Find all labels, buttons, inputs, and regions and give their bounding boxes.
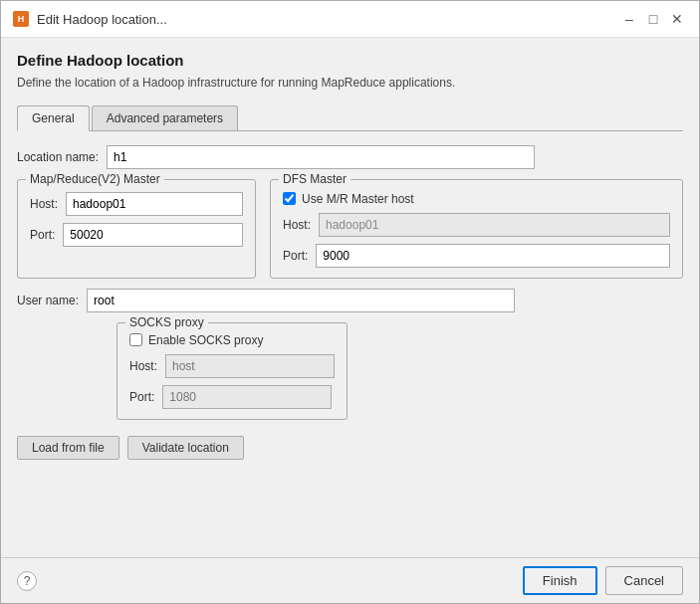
user-name-row: User name: (17, 289, 683, 312)
socks-section: SOCKS proxy Enable SOCKS proxy Host: Por… (17, 322, 683, 420)
mr-group-content: Host: Port: (30, 192, 243, 247)
socks-port-input[interactable] (162, 385, 332, 409)
user-name-input[interactable] (87, 289, 515, 312)
title-bar-left: H Edit Hadoop location... (13, 11, 167, 27)
dialog-footer: ? Finish Cancel (1, 557, 699, 603)
socks-enable-checkbox[interactable] (129, 333, 142, 346)
socks-host-input[interactable] (165, 354, 335, 378)
page-title: Define Hadoop location (17, 52, 683, 69)
dfs-group-title: DFS Master (279, 172, 350, 186)
socks-port-label: Port: (129, 390, 154, 404)
socks-host-row: Host: (129, 354, 335, 378)
dfs-group-content: Use M/R Master host Host: Port: (283, 192, 670, 268)
location-name-input[interactable] (107, 145, 535, 169)
tab-bar: General Advanced parameters (17, 105, 683, 131)
footer-left: ? (17, 571, 37, 591)
mr-group-title: Map/Reduce(V2) Master (26, 172, 164, 186)
bottom-buttons: Load from file Validate location (17, 430, 683, 464)
socks-checkbox-label[interactable]: Enable SOCKS proxy (148, 333, 263, 347)
user-name-label: User name: (17, 294, 79, 307)
tab-advanced[interactable]: Advanced parameters (92, 105, 238, 130)
dfs-port-row: Port: (283, 244, 670, 268)
socks-group-title: SOCKS proxy (125, 315, 208, 329)
dfs-group: DFS Master Use M/R Master host Host: Por… (270, 179, 683, 279)
master-groups: Map/Reduce(V2) Master Host: Port: (17, 179, 683, 279)
window-controls: – □ ✕ (619, 9, 687, 29)
dfs-host-input[interactable] (319, 213, 670, 237)
dfs-host-label: Host: (283, 218, 311, 232)
form-area: Location name: Map/Reduce(V2) Master Hos… (17, 145, 683, 547)
close-button[interactable]: ✕ (667, 9, 687, 29)
load-from-file-button[interactable]: Load from file (17, 436, 119, 460)
dfs-use-mr-checkbox[interactable] (283, 192, 296, 205)
location-name-label: Location name: (17, 150, 99, 164)
mr-host-label: Host: (30, 197, 58, 211)
window-title: Edit Hadoop location... (37, 12, 167, 27)
cancel-button[interactable]: Cancel (605, 566, 683, 595)
mr-port-row: Port: (30, 223, 243, 247)
dfs-port-label: Port: (283, 249, 308, 263)
footer-right: Finish Cancel (523, 566, 683, 595)
validate-location-button[interactable]: Validate location (127, 436, 244, 460)
socks-enable-row: Enable SOCKS proxy (129, 333, 335, 347)
mr-group: Map/Reduce(V2) Master Host: Port: (17, 179, 256, 279)
tab-general[interactable]: General (17, 105, 90, 131)
socks-host-label: Host: (129, 359, 157, 373)
finish-button[interactable]: Finish (523, 566, 597, 595)
socks-content: Enable SOCKS proxy Host: Port: (129, 333, 335, 409)
dialog-window: H Edit Hadoop location... – □ ✕ Define H… (0, 0, 700, 604)
dialog-body: Define Hadoop location Define the locati… (1, 38, 699, 557)
help-button[interactable]: ? (17, 571, 37, 591)
maximize-button[interactable]: □ (643, 9, 663, 29)
app-icon: H (13, 11, 29, 27)
svg-text:H: H (18, 14, 25, 24)
mr-host-row: Host: (30, 192, 243, 216)
mr-port-label: Port: (30, 228, 55, 242)
dfs-checkbox-row: Use M/R Master host (283, 192, 670, 206)
location-name-row: Location name: (17, 145, 683, 169)
socks-group: SOCKS proxy Enable SOCKS proxy Host: Por… (117, 322, 348, 420)
title-bar: H Edit Hadoop location... – □ ✕ (1, 1, 699, 38)
dfs-host-row: Host: (283, 213, 670, 237)
mr-host-input[interactable] (66, 192, 243, 216)
minimize-button[interactable]: – (619, 9, 639, 29)
dfs-checkbox-label[interactable]: Use M/R Master host (302, 192, 414, 206)
mr-port-input[interactable] (63, 223, 243, 247)
dfs-port-input[interactable] (316, 244, 670, 268)
page-description: Define the location of a Hadoop infrastr… (17, 75, 683, 92)
socks-port-row: Port: (129, 385, 335, 409)
